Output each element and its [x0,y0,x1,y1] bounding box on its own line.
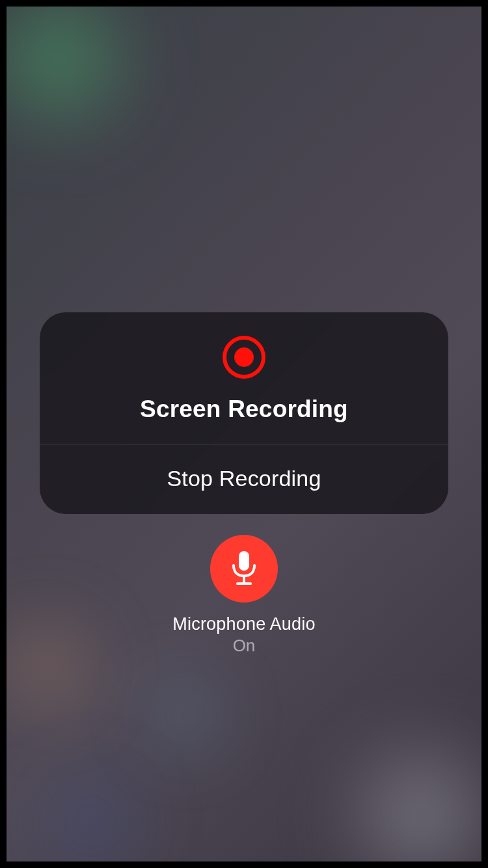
record-icon [223,336,265,379]
card-header: Screen Recording [40,312,448,444]
svg-point-1 [234,347,254,367]
card-title: Screen Recording [140,396,348,423]
stop-recording-row[interactable]: Stop Recording [40,444,448,514]
svg-rect-2 [239,551,249,571]
screen-recording-card: Screen Recording Stop Recording [40,312,448,514]
content-area: Screen Recording Stop Recording Micropho… [7,7,481,861]
device-frame: Screen Recording Stop Recording Micropho… [0,0,488,868]
microphone-label: Microphone Audio [172,614,315,634]
microphone-section: Microphone Audio On [172,535,315,656]
microphone-icon [228,550,260,588]
microphone-status: On [233,636,256,656]
microphone-toggle-button[interactable] [210,535,278,603]
stop-recording-button[interactable]: Stop Recording [167,466,321,491]
